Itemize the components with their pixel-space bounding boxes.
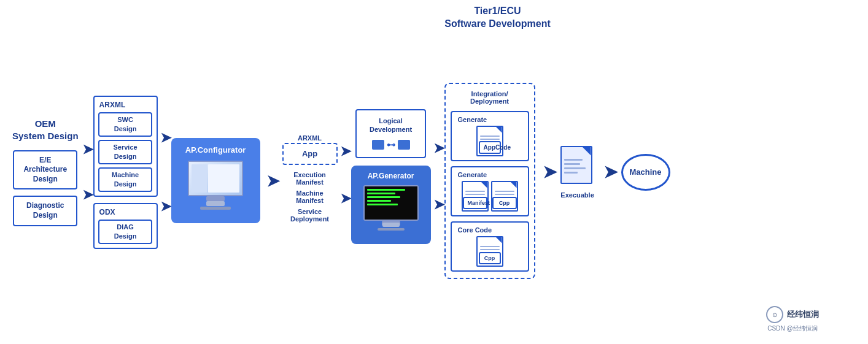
tier-title-line2: Software Development <box>444 18 550 31</box>
dline4 <box>465 191 485 192</box>
monitor <box>188 161 243 196</box>
execution-manifest-label: ExecutionManifest <box>282 171 338 186</box>
diagnostic-label: DiagnosticDesign <box>26 201 64 220</box>
swc-design-box: SWCDesign <box>98 112 152 137</box>
watermark-logo-icon: ⊙ <box>766 306 783 323</box>
icon-block-1 <box>372 140 384 150</box>
exec-doc <box>560 146 592 184</box>
doc-lines-4 <box>480 246 500 250</box>
arrow-ap-conf-middle: ➤ <box>266 173 280 189</box>
arrow-oem-arxml-bot: ➤ <box>82 188 93 202</box>
monitor-sidebar <box>192 164 207 193</box>
exec-line3 <box>564 167 586 169</box>
tline2 <box>367 193 396 194</box>
icon-connector: ⊷ <box>387 139 395 150</box>
arrow-integ-exec: ➤ <box>543 164 557 181</box>
exec-line1 <box>564 159 583 161</box>
integ-line1: Integration/ <box>471 90 508 97</box>
app-label: App <box>302 149 317 158</box>
dline5 <box>465 194 485 195</box>
manifest-label: Manifest <box>463 197 487 209</box>
arxml-label: ARXML <box>99 101 126 109</box>
appcode-label: AppCode <box>479 141 501 154</box>
generate2-label: Generate <box>458 171 487 178</box>
exec-line2 <box>564 163 580 165</box>
diag-design-box: DIAGDesign <box>98 220 152 244</box>
monitor2-base <box>378 228 405 231</box>
app-box: App <box>282 143 338 165</box>
dline2 <box>480 139 500 140</box>
monitor-base <box>200 207 231 210</box>
executable-label: Execuable <box>560 191 594 199</box>
watermark-brand-row: ⊙ 经纬恒润 <box>766 306 819 323</box>
generate-manifest-group: Generate Manifest <box>451 166 529 216</box>
oem-title-line2: System Design <box>12 131 79 141</box>
middle-section: ARXML App ExecutionManifest MachineManif… <box>282 134 338 223</box>
arrow-exec-machine: ➤ <box>603 164 618 181</box>
monitor-screen <box>189 162 242 195</box>
exec-lines <box>562 156 591 174</box>
diagnostic-design-box: DiagnosticDesign <box>13 196 77 226</box>
ap-generator-box: AP.Generator <box>351 166 431 244</box>
dline7 <box>495 194 514 195</box>
exec-doc-wrapper <box>560 146 595 188</box>
core-code-group: Core Code Cpp <box>451 221 529 272</box>
monitor-main <box>208 164 239 193</box>
logical-apgen-section: LogicalDevelopment ⊷ AP.Generator <box>351 109 431 244</box>
tline5 <box>367 204 398 205</box>
logical-dev-icon: ⊷ <box>370 139 412 150</box>
core-code-label: Core Code <box>458 226 492 234</box>
manifest-doc-wrapper: Manifest <box>462 181 489 212</box>
tier-header: Tier1/ECU Software Development <box>444 5 550 31</box>
monitor2-stand <box>382 223 400 227</box>
arrow-apgen-integ: ➤ <box>433 198 444 212</box>
tline4 <box>367 200 391 202</box>
monitor-stand <box>206 201 225 206</box>
dline9 <box>480 249 500 250</box>
arrow-oem-arxml-top: ➤ <box>82 143 93 156</box>
tline1 <box>367 189 405 191</box>
machine-oval: Machine <box>621 154 670 191</box>
arxml-app-label: ARXML <box>298 134 322 142</box>
watermark-brand-text: 经纬恒润 <box>787 309 819 320</box>
monitor-wrapper <box>188 161 243 196</box>
odx-group: ODX DIAGDesign <box>93 203 158 249</box>
generate-appcode-group: Generate AppCode <box>451 111 529 161</box>
diagram-container: Tier1/ECU Software Development OEM Syste… <box>0 0 868 344</box>
tier-title-line1: Tier1/ECU <box>444 5 550 18</box>
odx-label: ODX <box>99 208 115 216</box>
arrow-app-logical: ➤ <box>340 145 351 158</box>
arrow-group-3: ➤ ➤ <box>340 145 351 205</box>
cpp-doc-wrapper: Cpp <box>491 181 518 212</box>
arrow-logical-integ: ➤ <box>433 142 444 155</box>
monitor2-screen <box>365 186 417 220</box>
generate1-label: Generate <box>458 116 487 123</box>
service-design-box: ServiceDesign <box>98 140 152 164</box>
monitor2 <box>363 185 419 221</box>
machine-section: Machine <box>621 154 670 191</box>
logical-development-box: LogicalDevelopment ⊷ <box>355 109 426 158</box>
watermark: ⊙ 经纬恒润 CSDN @经纬恒润 <box>766 306 819 333</box>
cpp2-label: Cpp <box>479 252 501 264</box>
arrow-group-2: ➤ ➤ <box>160 131 171 213</box>
machine-design-box: MachineDesign <box>98 167 152 192</box>
arxml-odx-section: ARXML SWCDesign ServiceDesign MachineDes… <box>93 96 158 249</box>
tline3 <box>367 196 401 198</box>
exec-line4 <box>564 172 578 174</box>
dline6 <box>495 191 514 192</box>
service-deployment-label: ServiceDeployment <box>282 208 338 223</box>
arrow-manifest-gen: ➤ <box>340 192 351 205</box>
cpp1-label: Cpp <box>492 197 517 209</box>
dline8 <box>480 246 500 247</box>
integ-line2: Deployment <box>470 97 509 105</box>
machine-manifest-label: MachineManifest <box>282 189 338 204</box>
manifests-section: ExecutionManifest MachineManifest Servic… <box>282 171 338 223</box>
integration-section: Integration/ Deployment Generate AppCode… <box>444 83 535 279</box>
oem-section: OEM System Design E/EArchitectureDesign … <box>12 118 79 226</box>
doc-lines-3 <box>495 191 514 195</box>
logical-dev-content: LogicalDevelopment ⊷ <box>370 117 412 150</box>
arrow-odx-ap: ➤ <box>160 200 171 213</box>
ap-configurator-box: AP.Configurator <box>171 138 260 223</box>
ee-label: E/EArchitectureDesign <box>23 156 67 185</box>
machine-label: Machine <box>630 167 662 177</box>
